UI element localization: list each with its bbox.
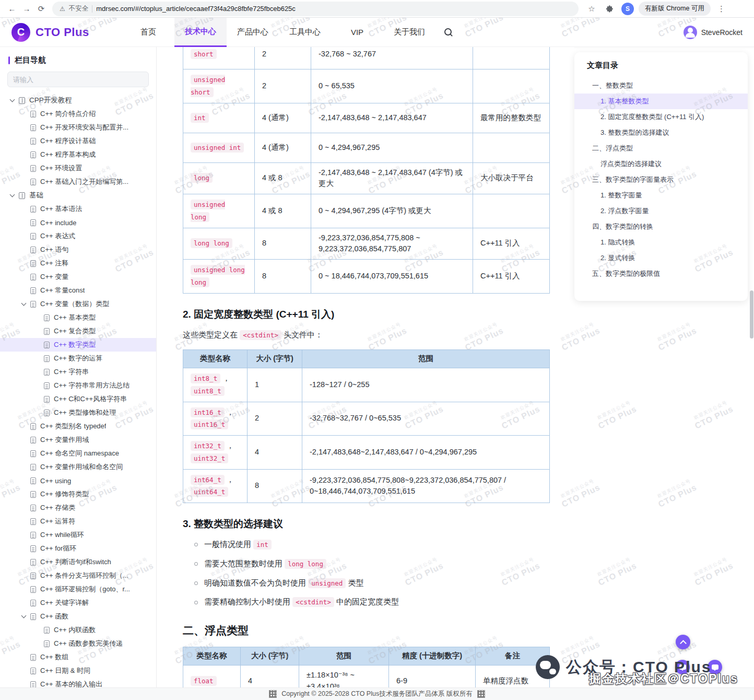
toc-item[interactable]: 二、浮点类型	[574, 141, 748, 156]
fixed-int-table: 类型名称大小 (字节)范围 int8_t ，uint8_t1-128~127 /…	[183, 349, 550, 503]
table-row: int16_t ，uint16_t2-32,768~32,767 / 0~65,…	[183, 402, 550, 436]
header-search-button[interactable]	[435, 28, 462, 37]
tree-item[interactable]: C++ include	[0, 216, 156, 229]
document-icon	[30, 111, 36, 118]
username: SteveRocket	[701, 28, 743, 37]
tree-item[interactable]: C++ 程序设计基础	[0, 134, 156, 148]
tree-item[interactable]: C++ while循环	[0, 528, 156, 542]
tree-item[interactable]: C++ 开发环境安装与配置并...	[0, 121, 156, 134]
tree-item[interactable]: C++ 复合类型	[0, 324, 156, 338]
nav-item-6[interactable]: 关于我们	[383, 18, 435, 47]
tree-item[interactable]: C++ 字符串常用方法总结	[0, 379, 156, 392]
tree-item[interactable]: C++ for循环	[0, 542, 156, 555]
tree-item[interactable]: C++ 数组	[0, 650, 156, 664]
tree-item-label: C++ 变量（数据）类型	[40, 299, 109, 309]
code-chip: unsigned long long	[191, 265, 245, 287]
url-bar[interactable]: ⚠ 不安全 mdrsec.com/#/ctoplus_article/cecaa…	[52, 2, 579, 16]
tree-item[interactable]: C++ 判断语句if和switch	[0, 555, 156, 569]
tree-item[interactable]: C++ 数字类型	[0, 338, 156, 352]
browser-menu-icon[interactable]: ⋮	[715, 4, 727, 14]
sidebar-search-input[interactable]	[7, 72, 149, 87]
tree-item[interactable]: C++ 函数	[0, 610, 156, 623]
toc-item[interactable]: 一、整数类型	[574, 78, 748, 94]
tree-item[interactable]: C++ 基本类型	[0, 311, 156, 324]
toc-item[interactable]: 3. 整数类型的选择建议	[574, 125, 748, 141]
tree-item-label: C++ using	[40, 477, 71, 485]
tree-item-label: C++ 变量作用域和命名空间	[40, 462, 123, 472]
toc-item[interactable]: 浮点类型的选择建议	[574, 156, 748, 172]
tree-item-label: C++ 字符串	[54, 367, 89, 377]
tree-item[interactable]: C++ 日期 & 时间	[0, 664, 156, 678]
toc-item[interactable]: 2. 显式转换	[574, 250, 748, 266]
tree-item[interactable]: 基础	[0, 189, 156, 202]
tree-item[interactable]: C++ 变量	[0, 270, 156, 284]
tree-item[interactable]: C++ 变量（数据）类型	[0, 297, 156, 311]
toc-item[interactable]: 1. 基本整数类型	[574, 94, 748, 109]
document-icon	[30, 423, 36, 430]
tree-item-label: C++ include	[40, 219, 76, 227]
toc-item[interactable]: 四、数字类型的转换	[574, 219, 748, 235]
toc-item[interactable]: 2. 固定宽度整数类型 (C++11 引入)	[574, 109, 748, 125]
site-logo[interactable]: C CTO Plus	[11, 23, 122, 42]
not-secure-warning-icon: ⚠	[60, 5, 65, 13]
tree-item[interactable]: C++ 类型别名 typedef	[0, 419, 156, 433]
bookmark-star-icon[interactable]: ☆	[585, 2, 598, 16]
tree-item[interactable]: C++ 程序基本构成	[0, 148, 156, 161]
tree-item[interactable]: C++ 条件分支与循环控制（...	[0, 569, 156, 582]
nav-item-3[interactable]: 产品中心	[227, 18, 279, 47]
tree-item[interactable]: C++ 表达式	[0, 229, 156, 243]
logo-icon: C	[11, 23, 30, 42]
tree-item[interactable]: C++ 常量const	[0, 284, 156, 297]
tree-item[interactable]: C++ 变量作用域和命名空间	[0, 460, 156, 474]
tree-item[interactable]: C++ 基础入门之开始编写第...	[0, 175, 156, 189]
tree-item[interactable]: C++ 注释	[0, 256, 156, 270]
tree-item-label: C++ C和C++风格字符串	[54, 394, 127, 404]
nav-item-2[interactable]: 技术中心	[174, 18, 227, 47]
forward-icon[interactable]: →	[20, 2, 33, 16]
range-cell: 0 ~ 4,294,967,295	[311, 133, 473, 162]
tree-item[interactable]: C++ 函数参数完美传递	[0, 637, 156, 650]
tree-item[interactable]: C++ 内联函数	[0, 623, 156, 637]
extensions-icon[interactable]	[603, 2, 617, 16]
nav-item-4[interactable]: 工具中心	[279, 18, 331, 47]
user-profile[interactable]: SteveRocket	[684, 26, 743, 39]
tree-item[interactable]: C++ 数字的运算	[0, 352, 156, 365]
nav-item-1[interactable]: 首页	[122, 18, 174, 47]
tree-item[interactable]: C++ 运算符	[0, 515, 156, 528]
refresh-icon[interactable]: ⟳	[34, 2, 48, 16]
chrome-update-button[interactable]: 有新版 Chrome 可用	[639, 2, 711, 16]
tree-item[interactable]: C++ 关键字详解	[0, 596, 156, 610]
tree-item-label: 基础	[29, 191, 43, 200]
back-icon[interactable]: ←	[5, 2, 19, 16]
toc-item[interactable]: 1. 整数字面量	[574, 188, 748, 203]
page-scrollbar-thumb[interactable]	[750, 290, 753, 339]
tree-item[interactable]: C++ C和C++风格字符串	[0, 392, 156, 406]
tree-item[interactable]: C++ 修饰符类型	[0, 487, 156, 501]
scroll-top-button[interactable]	[676, 635, 690, 649]
nav-item-5[interactable]: VIP	[331, 18, 383, 47]
tree-item[interactable]: C++ 简介特点介绍	[0, 107, 156, 121]
toc-item[interactable]: 三、数字类型的字面量表示	[574, 172, 748, 188]
tree-item[interactable]: C++ 类型修饰和处理	[0, 406, 156, 419]
tree-item[interactable]: C++ 字符串	[0, 365, 156, 379]
toc-item[interactable]: 1. 隐式转换	[574, 235, 748, 250]
tree-item[interactable]: C++ 循环逻辑控制（goto、r...	[0, 582, 156, 596]
tree-item-label: C++ 内联函数	[54, 625, 96, 635]
tree-item[interactable]: C++ 命名空间 namespace	[0, 447, 156, 460]
note-cell	[473, 194, 550, 228]
tree-item[interactable]: C++ 基本语法	[0, 202, 156, 216]
document-icon	[30, 613, 36, 620]
code-chip: int	[191, 113, 209, 123]
column-header: 范围	[299, 647, 389, 666]
tree-item[interactable]: C++ 存储类	[0, 501, 156, 515]
browser-profile-avatar[interactable]: S	[621, 3, 634, 15]
tree-item[interactable]: C++ 变量作用域	[0, 433, 156, 447]
tree-item[interactable]: C++ using	[0, 474, 156, 487]
chevron-down-icon	[21, 301, 27, 306]
toc-item[interactable]: 2. 浮点数字面量	[574, 203, 748, 219]
tree-item[interactable]: C++ 环境设置	[0, 161, 156, 175]
toc-item[interactable]: 五、数字类型的极限值	[574, 266, 748, 282]
tree-item[interactable]: C++ 语句	[0, 243, 156, 256]
document-icon	[44, 627, 50, 634]
tree-item[interactable]: CPP开发教程	[0, 94, 156, 107]
